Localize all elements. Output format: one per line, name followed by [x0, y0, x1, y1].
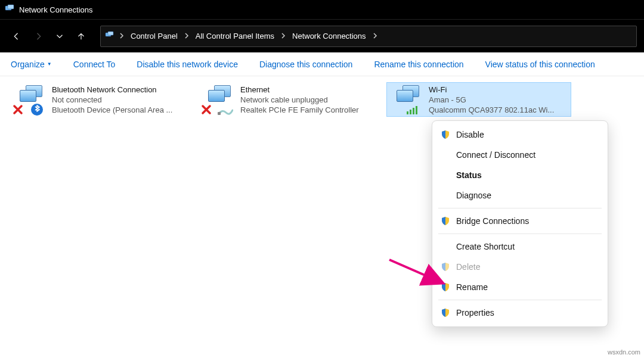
ctx-disable[interactable]: Disable	[432, 124, 608, 145]
breadcrumb-all-items[interactable]: All Control Panel Items	[193, 30, 277, 42]
shield-icon	[441, 216, 450, 226]
title-bar: Network Connections	[0, 0, 644, 19]
shield-icon	[441, 282, 450, 292]
forward-button[interactable]	[29, 27, 48, 46]
command-bar: Organize▼ Connect To Disable this networ…	[0, 52, 644, 76]
context-menu: Disable Connect / Disconnect Status Diag…	[432, 120, 608, 327]
breadcrumb-control-panel[interactable]: Control Panel	[128, 30, 180, 42]
connection-item-wifi[interactable]: Wi-Fi Aman - 5G Qualcomm QCA9377 802.11a…	[386, 82, 571, 117]
svg-rect-1	[8, 5, 14, 9]
svg-rect-3	[108, 32, 113, 35]
recent-dropdown[interactable]	[50, 27, 69, 46]
app-icon	[5, 4, 14, 15]
adapter-icon	[201, 84, 236, 115]
connection-status: Aman - 5G	[429, 95, 568, 105]
address-bar[interactable]: Control Panel All Control Panel Items Ne…	[100, 26, 637, 47]
svg-rect-9	[416, 106, 417, 114]
ctx-properties[interactable]: Properties	[432, 303, 608, 323]
diagnose-button[interactable]: Diagnose this connection	[259, 60, 352, 69]
svg-rect-7	[410, 110, 411, 114]
wifi-signal-icon	[406, 104, 419, 115]
back-button[interactable]	[7, 27, 26, 46]
ctx-bridge[interactable]: Bridge Connections	[432, 211, 608, 231]
ctx-delete: Delete	[432, 257, 608, 277]
svg-rect-8	[413, 108, 414, 114]
nav-bar: Control Panel All Control Panel Items Ne…	[0, 19, 644, 52]
watermark: wsxdn.com	[608, 348, 640, 356]
rename-button[interactable]: Rename this connection	[374, 60, 463, 69]
svg-rect-6	[407, 111, 408, 114]
ctx-create-shortcut[interactable]: Create Shortcut	[432, 236, 608, 257]
window-title: Network Connections	[19, 5, 93, 14]
connection-name: Bluetooth Network Connection	[52, 85, 191, 95]
adapter-icon	[13, 84, 47, 115]
connection-status: Network cable unplugged	[240, 95, 380, 105]
cable-icon	[218, 108, 233, 116]
connection-name: Ethernet	[240, 85, 380, 95]
ctx-diagnose[interactable]: Diagnose	[432, 185, 608, 206]
error-x-icon	[201, 104, 212, 115]
shield-icon	[441, 308, 450, 317]
error-x-icon	[13, 104, 23, 115]
connection-status: Not connected	[52, 95, 191, 105]
menu-separator	[438, 234, 602, 234]
chevron-right-icon[interactable]	[117, 32, 126, 41]
chevron-right-icon[interactable]	[182, 32, 191, 41]
connection-item-bluetooth[interactable]: Bluetooth Network Connection Not connect…	[10, 82, 194, 117]
connection-device: Qualcomm QCA9377 802.11ac Wi...	[429, 105, 568, 115]
shield-icon	[441, 262, 450, 272]
breadcrumb-network-connections[interactable]: Network Connections	[290, 30, 369, 42]
connection-item-ethernet[interactable]: Ethernet Network cable unplugged Realtek…	[198, 82, 383, 117]
chevron-right-icon[interactable]	[279, 32, 287, 41]
ctx-rename[interactable]: Rename	[432, 277, 608, 297]
chevron-right-icon[interactable]	[371, 32, 379, 41]
dropdown-icon: ▼	[47, 61, 52, 67]
up-button[interactable]	[72, 27, 91, 46]
connection-device: Bluetooth Device (Personal Area ...	[52, 105, 191, 115]
svg-rect-5	[218, 112, 221, 115]
connect-to-button[interactable]: Connect To	[73, 60, 116, 69]
connection-device: Realtek PCIe FE Family Controller	[240, 105, 380, 115]
view-status-button[interactable]: View status of this connection	[485, 60, 595, 69]
ctx-connect-disconnect[interactable]: Connect / Disconnect	[432, 145, 608, 165]
disable-device-button[interactable]: Disable this network device	[137, 60, 238, 69]
adapter-icon	[389, 84, 424, 115]
menu-separator	[438, 300, 602, 300]
menu-separator	[438, 208, 602, 208]
connections-list: Bluetooth Network Connection Not connect…	[0, 76, 644, 123]
organize-button[interactable]: Organize▼	[11, 60, 52, 69]
location-icon	[104, 30, 115, 42]
connection-name: Wi-Fi	[429, 85, 568, 95]
bluetooth-icon	[30, 103, 44, 116]
ctx-status[interactable]: Status	[432, 165, 608, 185]
shield-icon	[441, 130, 450, 139]
